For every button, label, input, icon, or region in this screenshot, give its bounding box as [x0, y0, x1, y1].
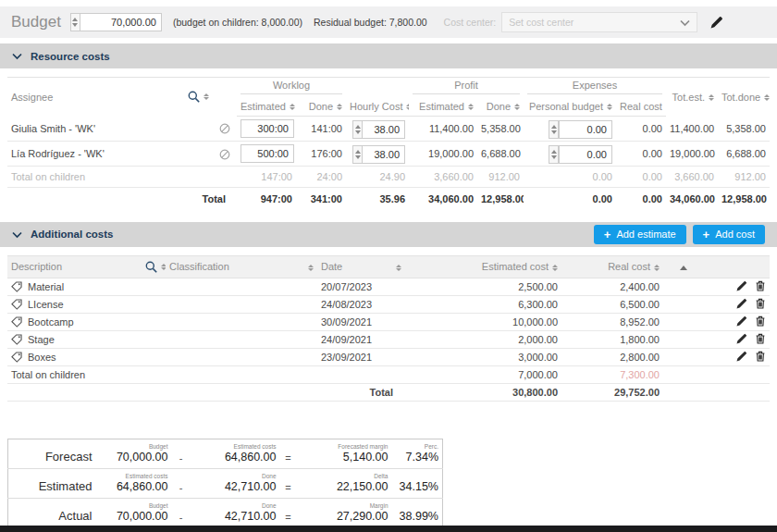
sort-icon[interactable]	[308, 265, 314, 271]
real-cost-link[interactable]: 0.00	[616, 142, 666, 167]
ban-icon	[219, 149, 230, 160]
estimated-cost-value: 10,000.00	[413, 313, 561, 330]
stepper-icon[interactable]	[549, 120, 559, 139]
assignee-name: Giulia Smith - 'WK'	[7, 117, 213, 142]
summary-term-label: Forecasted margin	[301, 443, 388, 451]
profit-done-value: 6,688.00	[477, 142, 524, 167]
additional-costs-title: Additional costs	[31, 229, 113, 240]
add-cost-button[interactable]: +Add cost	[693, 225, 765, 244]
delete-icon[interactable]	[755, 280, 766, 291]
sort-icon[interactable]	[406, 104, 409, 110]
search-icon[interactable]	[188, 91, 200, 103]
sort-icon[interactable]	[396, 265, 401, 271]
sort-icon[interactable]	[709, 94, 714, 101]
profit-estimated-column-header: Estimated	[419, 101, 464, 112]
tot-done-column-header: Tot.done	[722, 92, 760, 103]
summary-term-label: Done	[194, 502, 277, 510]
cost-classification	[166, 330, 304, 348]
personal-budget-value: 0.00	[524, 167, 616, 188]
summary-term-label: Margin	[301, 502, 388, 510]
additional-costs-table: Description Classification Date Estimate…	[7, 255, 770, 402]
additional-cost-row: Bootcamp 30/09/2021 10,000.00 8,952.00	[7, 313, 770, 330]
summary-term-value: 5,140.00	[301, 451, 388, 464]
sort-icon[interactable]	[204, 93, 209, 100]
sort-icon[interactable]	[552, 265, 558, 271]
cost-classification	[166, 348, 304, 365]
cost-description: Material	[28, 281, 64, 292]
chevron-down-icon	[12, 52, 22, 60]
resource-costs-section-header[interactable]: Resource costs	[0, 43, 777, 68]
worklog-estimated-input[interactable]	[240, 144, 294, 163]
personal-budget-input[interactable]	[559, 120, 612, 139]
stepper-icon[interactable]	[352, 145, 363, 164]
worklog-estimated-input[interactable]	[240, 119, 294, 138]
assignee-column-header: Assignee	[11, 92, 188, 103]
stepper-icon[interactable]	[549, 145, 559, 164]
stepper-icon[interactable]	[352, 120, 363, 139]
additional-total-on-children-row: Total on children 7,000.00 7,300.00	[7, 365, 770, 383]
real-cost-value: 7,300.00	[561, 365, 663, 383]
real-cost-value: 29,752.00	[561, 383, 663, 401]
sort-asc-icon[interactable]	[680, 266, 687, 270]
real-cost-link[interactable]: 0.00	[616, 117, 666, 142]
cost-center-select[interactable]: Set cost center	[501, 12, 697, 32]
edit-icon[interactable]	[736, 280, 747, 291]
cost-date: 24/08/2023	[317, 295, 384, 313]
estimated-cost-value: 7,000.00	[413, 365, 561, 383]
sort-icon[interactable]	[514, 104, 520, 110]
sort-icon[interactable]	[290, 104, 295, 110]
delete-icon[interactable]	[755, 351, 766, 362]
cost-description: Bootcamp	[28, 316, 74, 328]
add-estimate-button[interactable]: +Add estimate	[594, 225, 686, 244]
additional-costs-section-header[interactable]: Additional costs +Add estimate +Add cost	[0, 222, 777, 247]
cost-classification	[166, 295, 304, 313]
summary-row-label: Estimated	[8, 468, 96, 498]
edit-icon[interactable]	[736, 351, 747, 362]
sort-icon[interactable]	[337, 104, 342, 110]
worklog-done-link[interactable]: 141:00	[296, 117, 346, 142]
equals-operator: =	[280, 468, 297, 498]
real-cost-column-header: Real cost	[620, 101, 662, 112]
description-column-header: Description	[7, 255, 142, 278]
search-icon[interactable]	[145, 261, 157, 273]
cost-date: 30/09/2021	[317, 313, 384, 330]
personal-budget-input[interactable]	[559, 145, 612, 164]
summary-term-value: 70,000.00	[100, 510, 168, 523]
real-cost-value: 1,800.00	[561, 330, 663, 348]
residual-budget-note: Residual budget: 7,800.00	[314, 17, 427, 28]
tag-icon	[11, 334, 22, 345]
summary-term-label: Budget	[100, 443, 168, 451]
edit-budget-icon[interactable]	[710, 16, 723, 29]
real-cost-value: 6,500.00	[561, 295, 663, 313]
summary-perc-value: 34.15%	[396, 480, 439, 493]
tot-done-value: 6,688.00	[718, 142, 770, 167]
sort-icon[interactable]	[161, 264, 166, 270]
worklog-done-value: 341:00	[296, 188, 346, 210]
minus-operator: -	[172, 439, 191, 468]
budget-summary-table: Forecast Budget70,000.00 - Estimated cos…	[7, 439, 443, 528]
delete-icon[interactable]	[755, 315, 766, 327]
delete-icon[interactable]	[755, 298, 766, 309]
summary-term-value: 22,150.00	[301, 480, 388, 493]
hourly-cost-input[interactable]	[363, 145, 405, 164]
sort-icon[interactable]	[654, 265, 660, 271]
hourly-cost-input[interactable]	[363, 120, 405, 139]
edit-icon[interactable]	[736, 298, 747, 309]
worklog-done-link[interactable]: 176:00	[296, 142, 346, 167]
sort-icon[interactable]	[764, 94, 770, 101]
tot-est-value: 34,060.00	[666, 188, 718, 210]
estimated-cost-value: 30,800.00	[413, 383, 561, 401]
sort-icon[interactable]	[468, 104, 474, 110]
hourly-cost-column-header: Hourly Cost	[350, 101, 402, 112]
cost-description: Stage	[28, 334, 55, 345]
budget-page: Budget (budget on children: 8,000.00) Re…	[0, 0, 777, 532]
budget-stepper-icon[interactable]	[70, 13, 80, 31]
edit-icon[interactable]	[736, 333, 747, 344]
budget-input[interactable]	[80, 13, 162, 31]
profit-estimated-value: 11,400.00	[409, 117, 477, 142]
cost-classification	[166, 278, 304, 295]
tot-done-value: 912.00	[718, 167, 770, 188]
edit-icon[interactable]	[736, 315, 747, 327]
delete-icon[interactable]	[755, 333, 766, 344]
sort-icon[interactable]	[607, 104, 612, 110]
